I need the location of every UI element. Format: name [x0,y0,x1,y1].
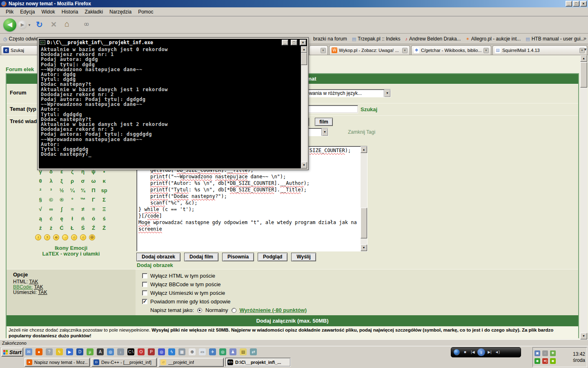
form-button[interactable]: Podgląd [258,253,287,261]
special-char-link[interactable]: ł [67,215,78,225]
tray-icon[interactable]: ◉ [550,358,556,364]
console-close-button[interactable]: × [300,40,306,45]
special-char-link[interactable]: θ [35,178,46,187]
menu-item[interactable]: Zakładki [81,8,106,16]
special-char-link[interactable]: ź [35,225,46,234]
add-image-link[interactable]: Dodaj obrazek [137,262,173,268]
scroll-down-icon[interactable]: ▼ [361,245,367,251]
bbcode-film-button[interactable]: film [315,118,333,126]
smiley-icon[interactable]: → [62,234,68,240]
checkbox[interactable] [142,299,147,304]
scrollbar-thumb[interactable] [361,208,367,238]
special-char-link[interactable]: λ [46,178,56,187]
tray-icon[interactable]: ◄) [542,358,548,364]
scroll-down-icon[interactable]: ▼ [580,333,587,339]
console-scrollbar[interactable]: ▲ ▼ [301,46,307,168]
szukaj-link[interactable]: Szukaj [361,106,377,112]
scroll-up-icon[interactable]: ▲ [361,146,367,153]
quicklaunch-icon[interactable]: ▶ [66,348,73,355]
tab-close-icon[interactable]: × [321,48,326,53]
radio-featured-label[interactable]: Wyróżnienie (-80 punktów) [240,307,307,313]
bookmark-item[interactable]: ◷ Często odwie [1,35,41,43]
special-char-link[interactable]: • [99,168,109,178]
home-icon[interactable]: ⌂ [65,19,69,29]
special-char-link[interactable]: © [46,197,56,206]
special-char-link[interactable]: ρ [67,178,78,187]
smiley-icon[interactable]: ☹ [89,234,95,240]
quicklaunch-icon[interactable]: ✈ [209,348,216,355]
special-char-link[interactable]: ζ [67,168,78,178]
special-char-link[interactable]: ¼ [67,187,78,197]
taskbar-window-button[interactable]: ● Napisz nowy temat - Moz... [24,358,90,367]
bookmark-item[interactable]: ▤ Trzepak.pl :: Indeks [350,35,403,43]
special-char-link[interactable]: sp [99,187,109,197]
special-char-link[interactable]: Σ [99,197,109,206]
media-control-icon[interactable]: ■ [462,349,468,356]
quicklaunch-icon[interactable]: ϟ [168,348,175,355]
special-char-link[interactable]: ć [46,215,56,225]
media-control-icon[interactable]: ▶| [486,349,493,356]
taskbar-window-button[interactable]: D Dev-C++ - [__projekt_inf] [91,358,157,367]
smilies-tak-link[interactable]: TAK [38,289,47,295]
tab[interactable]: -... × [309,45,328,55]
page-scrollbar[interactable]: ▲ ▼ [580,55,587,339]
quicklaunch-icon[interactable]: ⇄ [250,348,257,355]
form-button[interactable]: Dodaj obrazek [136,253,180,261]
tab-close-icon[interactable]: × [483,48,489,53]
minimize-button[interactable]: _ [566,1,572,7]
special-char-link[interactable]: ½ [56,187,67,197]
special-char-link[interactable]: √ [35,206,46,215]
extension-icon[interactable]: oo [84,21,88,27]
chevron-down-icon[interactable]: ▼ [384,90,390,97]
reload-icon[interactable]: ↻ [36,20,43,29]
taskbar-window-button[interactable]: ▱ __projekt_inf [158,358,224,367]
tray-icon[interactable]: ▣ [535,350,540,356]
quicklaunch-icon[interactable]: ↓ [117,348,124,355]
menu-item[interactable]: Narzędzia [106,8,135,16]
special-char-link[interactable]: ę [56,215,67,225]
special-char-link[interactable]: ° [67,197,78,206]
bookmarks-overflow-chevron[interactable]: » [584,35,586,41]
quicklaunch-icon[interactable]: ▤ [240,348,247,355]
bbcode-tak-link[interactable]: TAK [34,284,43,290]
bbcode-link[interactable]: BBCode: [13,284,33,290]
breadcrumb[interactable]: Forum elek [6,66,34,72]
media-control-icon[interactable]: || [477,348,485,356]
menu-item[interactable]: Historia [58,8,82,16]
special-char-link[interactable]: ą [35,215,46,225]
special-char-link[interactable]: ∫ [56,206,67,215]
bookmark-item[interactable]: ▤ HTB manual - user gui... [523,35,587,43]
menu-item[interactable]: Plik [2,8,17,16]
bookmark-item[interactable]: ✶ Allegro.pl - aukcje int... [463,35,523,43]
menu-item[interactable]: Pomoc [135,8,156,16]
special-char-link[interactable]: Ć [56,225,67,234]
wmp-logo-icon[interactable] [454,349,460,355]
quicklaunch-icon[interactable]: ♟ [229,348,236,355]
tab[interactable]: ▤ SquirrelMail 1.4.13 × [492,45,587,55]
quicklaunch-icon[interactable]: ◎ [107,348,114,355]
media-control-icon[interactable]: |◀ [470,349,476,356]
special-char-link[interactable]: ² [35,187,46,197]
scroll-up-icon[interactable]: ▲ [580,55,587,62]
media-control-icon[interactable]: ◄) [494,349,501,356]
special-char-link[interactable]: Ś [78,225,88,234]
smiley-icon[interactable]: ☺ [80,234,86,240]
console-titlebar[interactable]: C:\ D:\C\__projekt_inf\__projekt_inf.exe… [39,39,307,46]
quicklaunch-icon[interactable]: ? [46,348,53,355]
special-char-link[interactable]: Ξ [99,206,109,215]
smiley-icon[interactable]: ? [44,234,50,240]
checkbox[interactable] [142,273,147,278]
special-char-link[interactable]: ™ [78,197,88,206]
quicklaunch-icon[interactable]: ⊕ [189,348,196,355]
editor-scrollbar[interactable]: ▲ ▼ [361,146,367,251]
quicklaunch-icon[interactable]: ▭ [199,348,206,355]
special-char-link[interactable]: ∞ [46,206,56,215]
quicklaunch-icon[interactable]: P [148,348,155,355]
special-char-link[interactable]: η [78,168,88,178]
special-char-link[interactable]: ≈ [67,206,78,215]
latex-link[interactable]: LaTEX - wzory i ułamki [7,251,136,257]
quicklaunch-icon[interactable]: ✉ [25,348,32,355]
special-char-link[interactable]: ś [99,215,109,225]
special-char-link[interactable]: ó [88,215,99,225]
special-char-link[interactable]: ® [56,197,67,206]
